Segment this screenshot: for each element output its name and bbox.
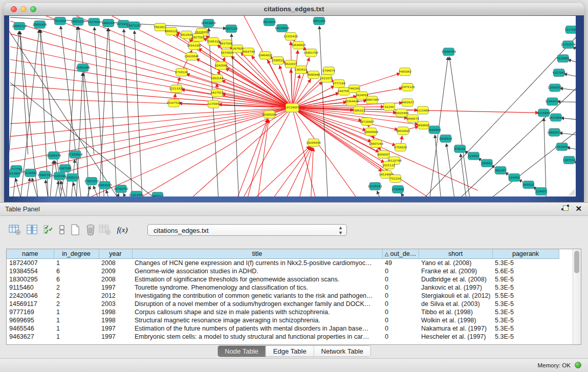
graph-node[interactable]: 124455 [536, 187, 547, 195]
tab-node-table[interactable]: Node Table [217, 346, 266, 357]
table-cell[interactable]: Changes of HCN gene expression and I(f) … [132, 259, 382, 268]
table-cell[interactable]: 18724007 [7, 259, 54, 268]
table-cell[interactable]: Corpus callosum shape and size in male p… [132, 308, 382, 316]
graph-node[interactable]: 10958107 [98, 181, 113, 189]
graph-node[interactable]: 1621072 [320, 75, 333, 82]
table-cell[interactable]: 2008 [99, 275, 132, 283]
table-cell[interactable]: Yano et al. (2008) [419, 259, 492, 268]
row-height-icon[interactable] [55, 223, 69, 236]
table-cell[interactable]: Genome-wide association studies in ADHD. [132, 267, 382, 275]
table-cell[interactable]: 9777169 [7, 308, 54, 316]
graph-node[interactable]: 9242848 [215, 62, 228, 70]
graph-node[interactable]: 17016504 [555, 143, 570, 150]
window-titlebar[interactable]: citations_edges.txt [4, 3, 584, 16]
graph-node[interactable]: 12923448 [129, 191, 144, 196]
resize-grip[interactable] [569, 190, 575, 195]
table-cell[interactable]: 5.3E-5 [492, 324, 559, 333]
graph-node[interactable]: 2803144 [211, 75, 224, 82]
graph-node[interactable]: 8813054 [263, 18, 276, 26]
table-cell[interactable]: 9465546 [7, 324, 54, 333]
graph-node[interactable]: 15751074 [561, 41, 576, 49]
float-panel-icon[interactable] [561, 205, 569, 212]
table-cell[interactable]: 1 [54, 324, 99, 333]
graph-node[interactable]: 12444154 [545, 98, 560, 105]
graph-node[interactable]: 124459 [509, 173, 520, 181]
graph-node[interactable]: 19892971 [547, 128, 562, 136]
table-row[interactable]: 1830029562008Estimation of significance … [7, 275, 559, 283]
table-cell[interactable]: 2009 [99, 267, 132, 275]
table-cell[interactable]: 1 [54, 316, 99, 324]
graph-node[interactable]: 981247 [495, 166, 506, 174]
close-panel-icon[interactable]: ✕ [575, 205, 582, 212]
memory-ok-icon[interactable] [575, 362, 581, 368]
table-cell[interactable]: 5.3E-5 [492, 259, 559, 268]
graph-node[interactable]: 12213339 [169, 85, 184, 93]
graph-node[interactable]: 23464821 [258, 52, 273, 59]
graph-node[interactable]: 1733426 [391, 185, 404, 193]
table-cell[interactable]: 5.5E-5 [492, 292, 559, 300]
tab-network-table[interactable]: Network Table [314, 346, 371, 357]
table-cell[interactable]: 0 [382, 292, 419, 300]
table-cell[interactable]: 1998 [99, 308, 132, 316]
graph-node[interactable]: 62160 [384, 103, 395, 111]
graph-node[interactable]: 8427552 [211, 89, 224, 97]
graph-node[interactable]: 19654923 [396, 127, 410, 135]
graph-node[interactable]: 294501 [481, 159, 492, 167]
selection-checks-icon[interactable] [42, 223, 55, 236]
graph-node[interactable]: 2588520 [272, 57, 285, 64]
column-header-year[interactable]: year [99, 249, 132, 259]
graph-node[interactable]: 13640910 [291, 41, 306, 49]
graph-node[interactable]: 1615132 [382, 161, 395, 169]
graph-node[interactable]: 10025458 [394, 109, 409, 117]
table-cell[interactable]: 14569117 [7, 300, 54, 308]
table-cell[interactable]: Disruption of a novel member of a sodium… [132, 300, 382, 308]
graph-node[interactable]: 7986322 [353, 106, 365, 114]
table-cell[interactable]: 9699695 [7, 316, 54, 324]
table-cell[interactable]: 1997 [99, 283, 132, 292]
graph-node[interactable]: 12975125 [400, 83, 415, 91]
graph-node[interactable]: 20206576 [47, 151, 61, 159]
graph-node[interactable]: 16210643 [549, 114, 563, 121]
table-mode-icon[interactable] [8, 223, 21, 236]
graph-node[interactable]: 18107524 [167, 99, 182, 107]
table-cell[interactable]: 1997 [99, 333, 132, 341]
table-cell[interactable]: 2012 [99, 292, 132, 300]
graph-node[interactable]: 9227343 [553, 69, 565, 77]
graph-node[interactable]: 8912934 [180, 31, 193, 39]
column-header-in_degree[interactable]: in_degree [54, 249, 99, 259]
graph-node[interactable]: 18720407 [360, 118, 375, 125]
table-cell[interactable]: 0 [382, 300, 419, 308]
graph-node[interactable]: 9777169 [333, 80, 345, 87]
table-cell[interactable]: 1997 [99, 324, 132, 333]
graph-node[interactable]: 1640954 [428, 126, 441, 134]
graph-node[interactable]: 16648784 [442, 48, 456, 56]
delete-column-icon[interactable] [84, 223, 97, 236]
graph-node[interactable]: 20891406 [32, 21, 47, 29]
column-header-short[interactable]: short [419, 249, 492, 259]
graph-node[interactable]: 8186328 [207, 38, 220, 46]
table-cell[interactable]: 1998 [99, 316, 132, 324]
graph-node[interactable]: 5875685 [221, 49, 234, 57]
graph-node[interactable]: 752254 [390, 174, 401, 182]
column-header-name[interactable]: name [7, 249, 54, 259]
graph-node[interactable]: 12505115 [65, 173, 80, 181]
graph-node[interactable]: 16782753 [114, 185, 128, 192]
table-cell[interactable]: Embryonic stem cells: a model to study s… [132, 333, 382, 341]
graph-node[interactable]: 7857224 [225, 25, 238, 33]
table-cell[interactable]: 18300295 [7, 275, 54, 283]
table-cell[interactable]: Estimation of the future numbers of pati… [132, 324, 382, 333]
graph-node[interactable]: 1167534 [563, 156, 576, 164]
function-builder-icon[interactable]: f(x) [116, 223, 129, 236]
table-cell[interactable]: 0 [382, 267, 419, 275]
table-cell[interactable]: 1 [54, 308, 99, 316]
graph-node[interactable]: 117008 [208, 100, 219, 108]
table-cell[interactable]: 6 [54, 267, 99, 275]
graph-node[interactable]: 124503 [468, 152, 480, 160]
table-scrollbar[interactable] [573, 249, 581, 344]
graph-node[interactable]: 9084067 [377, 150, 390, 158]
table-cell[interactable]: 2 [54, 292, 99, 300]
table-cell[interactable]: 0 [382, 275, 419, 283]
table-row[interactable]: 1456911722003Disruption of a novel membe… [7, 300, 559, 308]
graph-node[interactable]: 18807243 [369, 140, 384, 147]
network-canvas[interactable]: 1872400718300295766382288601288912934232… [9, 16, 576, 196]
